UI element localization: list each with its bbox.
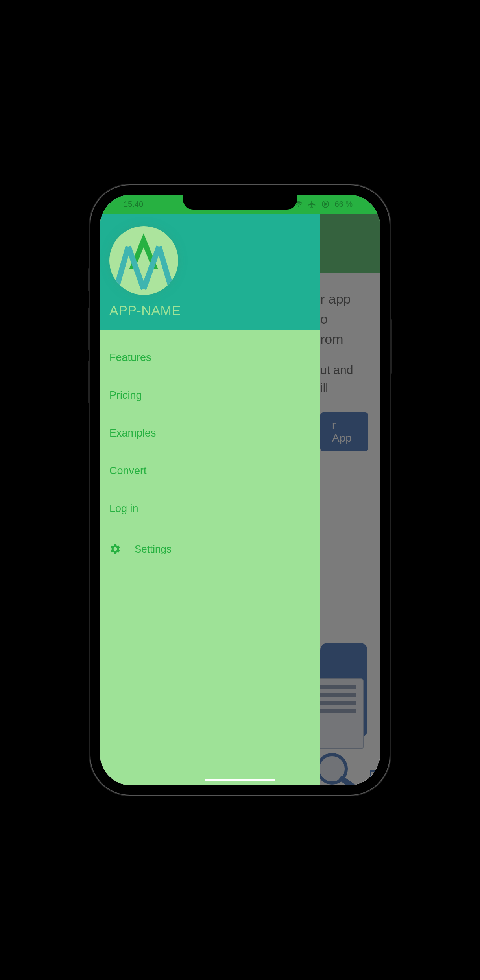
drawer-item-settings[interactable]: Settings [100, 530, 320, 568]
drawer-item-examples[interactable]: Examples [100, 414, 320, 452]
screen: 15:40 66 % [100, 195, 380, 785]
phone-frame: 15:40 66 % [90, 185, 390, 795]
status-time: 15:40 [124, 200, 143, 209]
battery-icon [321, 200, 330, 208]
nav-drawer: APP-NAME Features Pricing Examples Conve… [100, 195, 320, 785]
drawer-item-label: Log in [109, 503, 138, 515]
app-logo [109, 226, 178, 295]
drawer-item-label: Settings [135, 543, 172, 555]
home-indicator[interactable] [205, 779, 275, 781]
drawer-item-convert[interactable]: Convert [100, 452, 320, 490]
airplane-icon [308, 200, 316, 208]
drawer-item-login[interactable]: Log in [100, 490, 320, 527]
drawer-item-label: Examples [109, 427, 156, 439]
drawer-item-label: Pricing [109, 389, 142, 402]
gear-icon [109, 543, 135, 555]
drawer-item-features[interactable]: Features [100, 339, 320, 376]
side-button-power [390, 319, 392, 374]
drawer-header: APP-NAME [100, 195, 320, 330]
status-battery-percent: 66 % [334, 200, 353, 209]
notch [183, 195, 297, 210]
side-button-volume-up [88, 307, 90, 350]
app-name-label: APP-NAME [109, 303, 311, 318]
drawer-list: Features Pricing Examples Convert Log in [100, 330, 320, 785]
drawer-item-label: Features [109, 352, 151, 364]
drawer-item-label: Convert [109, 465, 147, 477]
side-button-silent [88, 268, 90, 291]
drawer-item-pricing[interactable]: Pricing [100, 376, 320, 414]
side-button-volume-down [88, 360, 90, 403]
